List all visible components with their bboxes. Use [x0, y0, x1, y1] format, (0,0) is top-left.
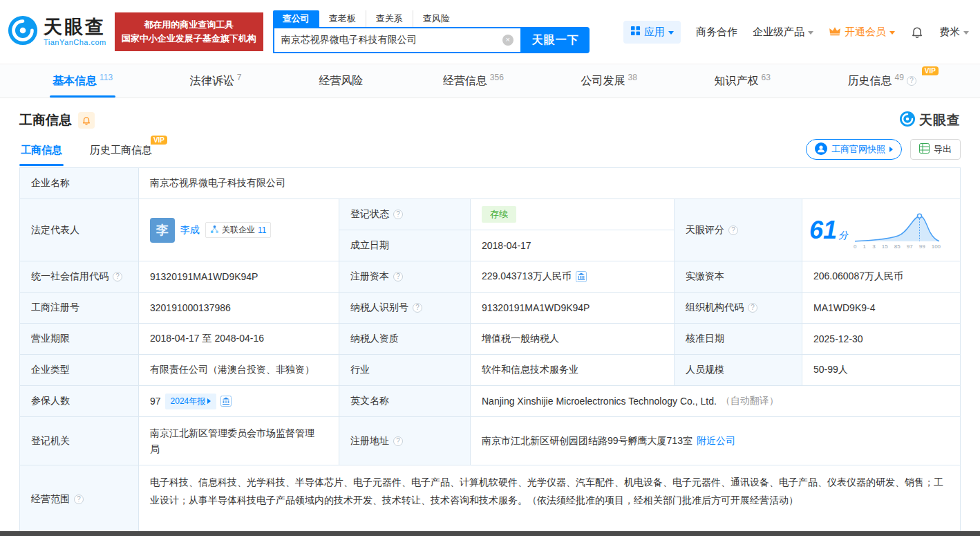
help-icon[interactable] — [393, 210, 403, 219]
reg-number-value: 320191000137986 — [139, 293, 339, 324]
subtab-business-registration[interactable]: 工商信息 — [19, 137, 64, 166]
score-value: 61 分 — [809, 218, 848, 243]
tab-count: 113 — [100, 73, 113, 82]
tab-business-info[interactable]: 经营信息 356 — [433, 64, 513, 98]
search-input[interactable] — [281, 35, 502, 46]
search-tab-boss[interactable]: 查老板 — [319, 10, 366, 27]
reg-capital-cell: 229.043713万人民币 — [471, 261, 675, 293]
tab-history-info[interactable]: VIP 历史信息 49 — [838, 64, 937, 98]
auto-translate-note: （自动翻译） — [721, 395, 779, 407]
credit-code-label: 统一社会信用代码 — [31, 270, 109, 283]
monitor-bell-icon[interactable] — [78, 112, 95, 129]
user-menu[interactable]: 费米 — [939, 26, 969, 39]
business-info-table: 企业名称 南京芯视界微电子科技有限公司 法定代表人 李 李成 关联企业 11 — [19, 167, 961, 533]
official-snapshot-button[interactable]: 工商官网快照 — [806, 139, 902, 160]
company-type-value: 有限责任公司（港澳台投资、非独资） — [139, 355, 339, 386]
annual-report-label: 2024年报 — [171, 396, 206, 407]
search-tab-company[interactable]: 查公司 — [273, 10, 319, 27]
crown-icon — [829, 26, 841, 38]
tab-operating-risk[interactable]: 经营风险 — [309, 64, 375, 98]
legal-rep-label: 法定代表人 — [20, 199, 139, 261]
business-cooperation-link[interactable]: 商务合作 — [696, 26, 737, 39]
logo-title: 天眼查 — [44, 17, 106, 38]
tab-company-development[interactable]: 公司发展 38 — [572, 64, 647, 98]
export-button[interactable]: 导出 — [910, 139, 961, 160]
capital-detail-icon[interactable] — [576, 271, 587, 282]
related-companies-count: 11 — [258, 225, 266, 235]
company-name-label: 企业名称 — [20, 168, 139, 199]
chevron-down-icon — [889, 31, 895, 35]
english-name-label: 英文名称 — [339, 386, 471, 417]
slogan-banner: 都在用的商业查询工具 国家中小企业发展子基金旗下机构 — [115, 12, 263, 51]
staff-size-label: 人员规模 — [675, 355, 802, 386]
chevron-down-icon — [963, 31, 969, 35]
staff-size-value: 50-99人 — [802, 355, 961, 386]
reg-number-label: 工商注册号 — [20, 293, 139, 324]
subtab-label: 历史工商信息 — [90, 144, 152, 156]
tick: 99 — [919, 243, 925, 250]
tianyancha-swirl-icon — [7, 15, 39, 49]
org-code-value: MA1WD9K9-4 — [802, 293, 961, 324]
open-vip-label: 开通会员 — [845, 26, 886, 39]
open-vip-menu[interactable]: 开通会员 — [829, 26, 895, 39]
section-title: 工商信息 — [19, 111, 72, 129]
company-name-value: 南京芯视界微电子科技有限公司 — [139, 168, 961, 199]
slogan-line2: 国家中小企业发展子基金旗下机构 — [122, 32, 256, 46]
search-submit-button[interactable]: 天眼一下 — [522, 27, 590, 53]
tianyancha-logo[interactable]: 天眼查 TianYanCha.com — [7, 15, 106, 49]
nearby-companies-link[interactable]: 附近公司 — [697, 435, 735, 447]
logo-domain: TianYanCha.com — [44, 38, 106, 46]
search-tab-risk[interactable]: 查风险 — [413, 10, 460, 27]
legal-rep-link[interactable]: 李成 — [180, 224, 200, 237]
related-companies-badge[interactable]: 关联企业 11 — [205, 222, 271, 238]
legal-rep-avatar[interactable]: 李 — [150, 218, 175, 243]
credit-code-value: 91320191MA1WD9K94P — [139, 261, 339, 293]
taxpayer-id-value: 91320191MA1WD9K94P — [471, 293, 675, 324]
help-icon[interactable] — [413, 303, 422, 313]
reg-capital-label-cell: 注册资本 — [339, 261, 471, 293]
arrow-right-icon — [207, 398, 211, 404]
help-icon[interactable] — [728, 225, 738, 235]
score-label-cell: 天眼评分 — [675, 199, 802, 261]
tab-legal-litigation[interactable]: 法律诉讼 7 — [180, 64, 252, 98]
brand-watermark: 天眼查 — [899, 111, 961, 130]
tab-label: 法律诉讼 — [190, 74, 234, 89]
enterprise-products-menu[interactable]: 企业级产品 — [753, 26, 813, 39]
tab-label: 历史信息 — [848, 74, 892, 89]
tab-label: 经营信息 — [443, 74, 487, 89]
annual-report-badge[interactable]: 2024年报 — [165, 394, 217, 409]
tab-label: 公司发展 — [581, 74, 625, 89]
english-name-cell: Nanjing Xinshijie Microelectronics Techn… — [471, 386, 961, 417]
help-icon[interactable] — [393, 436, 403, 446]
industry-value: 软件和信息技术服务业 — [471, 355, 675, 386]
org-code-label: 组织机构代码 — [686, 302, 744, 314]
insured-detail-icon[interactable] — [220, 396, 232, 407]
chevron-down-icon — [808, 31, 813, 35]
subtab-history-registration[interactable]: VIP 历史工商信息 — [88, 137, 153, 166]
tianyancha-swirl-icon — [899, 111, 916, 130]
establish-date-value: 2018-04-17 — [471, 230, 675, 261]
help-icon[interactable] — [113, 272, 122, 281]
paid-capital-value: 206.060087万人民币 — [802, 261, 961, 293]
apps-menu[interactable]: 应用 — [623, 21, 681, 44]
bottom-divider — [0, 531, 980, 536]
tab-intellectual-property[interactable]: 知识产权 63 — [705, 64, 780, 98]
network-icon — [210, 225, 219, 236]
tab-basic-info[interactable]: 基本信息 113 — [43, 64, 122, 98]
help-icon[interactable] — [748, 303, 757, 313]
score-number: 61 — [809, 218, 837, 243]
search-tab-relation[interactable]: 查关系 — [366, 10, 413, 27]
help-icon[interactable] — [393, 272, 403, 281]
header-right-nav: 应用 商务合作 企业级产品 开通会员 — [623, 21, 969, 44]
notifications-bell[interactable] — [910, 25, 924, 39]
score-axis-ticks: 0 1 3 15 85 97 99 100 — [854, 243, 941, 250]
help-icon[interactable] — [907, 76, 916, 86]
help-icon[interactable] — [74, 495, 84, 504]
approval-date-value: 2025-12-30 — [802, 324, 961, 355]
clear-search-icon[interactable]: × — [502, 35, 513, 46]
search-block: 查公司 查老板 查关系 查风险 × 天眼一下 — [273, 10, 590, 53]
business-term-label: 营业期限 — [20, 324, 139, 355]
business-scope-label: 经营范围 — [31, 493, 70, 506]
tab-label: 基本信息 — [53, 74, 97, 89]
tab-label: 经营风险 — [319, 74, 363, 89]
